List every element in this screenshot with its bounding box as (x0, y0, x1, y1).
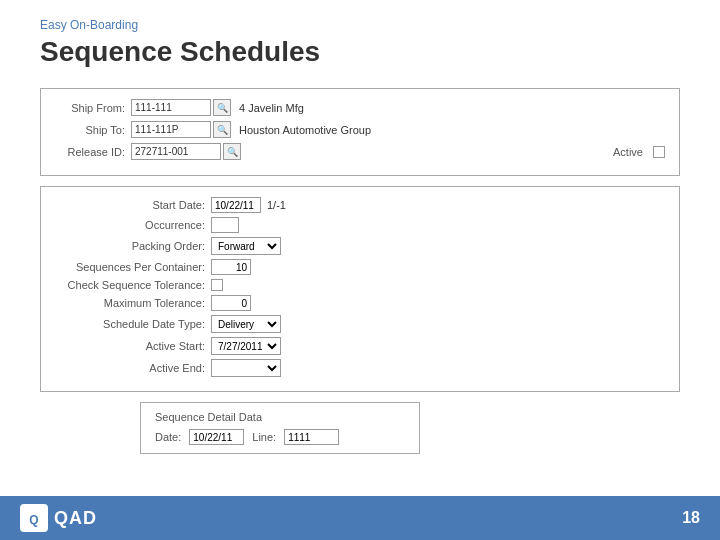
start-date-input[interactable] (211, 197, 261, 213)
top-panel: Ship From: 🔍 4 Javelin Mfg Ship To: 🔍 Ho… (40, 88, 680, 176)
end-date-value: 1/-1 (267, 199, 286, 211)
content-area: Ship From: 🔍 4 Javelin Mfg Ship To: 🔍 Ho… (0, 88, 720, 454)
active-start-label: Active Start: (55, 340, 205, 352)
line-input[interactable] (284, 429, 339, 445)
ship-from-row: Ship From: 🔍 4 Javelin Mfg (55, 99, 665, 116)
ship-to-label: Ship To: (55, 124, 125, 136)
occurrence-row: Occurrence: (55, 217, 665, 233)
sequences-per-container-input[interactable] (211, 259, 251, 275)
line-label: Line: (252, 431, 276, 443)
active-label: Active (613, 146, 643, 158)
date-input[interactable] (189, 429, 244, 445)
sequences-per-container-row: Sequences Per Container: (55, 259, 665, 275)
release-id-search-button[interactable]: 🔍 (223, 143, 241, 160)
maximum-tolerance-input[interactable] (211, 295, 251, 311)
svg-text:Q: Q (29, 513, 38, 527)
active-checkbox[interactable] (653, 146, 665, 158)
page-container: Easy On-Boarding Sequence Schedules Ship… (0, 0, 720, 540)
schedule-date-type-select[interactable]: Delivery Ship (211, 315, 281, 333)
subtitle: Easy On-Boarding (40, 18, 680, 32)
ship-from-search-button[interactable]: 🔍 (213, 99, 231, 116)
middle-panel: Start Date: 1/-1 Occurrence: Packing Ord… (40, 186, 680, 392)
page-number: 18 (682, 509, 700, 527)
ship-from-desc: 4 Javelin Mfg (239, 102, 304, 114)
maximum-tolerance-row: Maximum Tolerance: (55, 295, 665, 311)
search-icon: 🔍 (227, 147, 238, 157)
qad-logo-icon: Q (20, 504, 48, 532)
search-icon: 🔍 (217, 125, 228, 135)
search-icon: 🔍 (217, 103, 228, 113)
start-date-label: Start Date: (55, 199, 205, 211)
packing-order-select[interactable]: Forward Reverse (211, 237, 281, 255)
ship-from-label: Ship From: (55, 102, 125, 114)
active-end-label: Active End: (55, 362, 205, 374)
start-date-row: Start Date: 1/-1 (55, 197, 665, 213)
bottom-panel: Sequence Detail Data Date: Line: (140, 402, 420, 454)
packing-order-label: Packing Order: (55, 240, 205, 252)
check-sequence-tolerance-checkbox[interactable] (211, 279, 223, 291)
footer-logo: Q QAD (20, 504, 97, 532)
ship-to-row: Ship To: 🔍 Houston Automotive Group (55, 121, 665, 138)
packing-order-row: Packing Order: Forward Reverse (55, 237, 665, 255)
sequences-per-container-label: Sequences Per Container: (55, 261, 205, 273)
check-sequence-tolerance-label: Check Sequence Tolerance: (55, 279, 205, 291)
header-section: Easy On-Boarding Sequence Schedules (0, 0, 720, 88)
release-id-label: Release ID: (55, 146, 125, 158)
active-start-select[interactable]: 7/27/2011 (211, 337, 281, 355)
bottom-panel-title: Sequence Detail Data (155, 411, 405, 423)
schedule-date-type-row: Schedule Date Type: Delivery Ship (55, 315, 665, 333)
check-sequence-tolerance-row: Check Sequence Tolerance: (55, 279, 665, 291)
occurrence-label: Occurrence: (55, 219, 205, 231)
ship-from-input[interactable] (131, 99, 211, 116)
occurrence-input[interactable] (211, 217, 239, 233)
page-title: Sequence Schedules (40, 36, 680, 68)
active-end-select[interactable] (211, 359, 281, 377)
detail-row: Date: Line: (155, 429, 405, 445)
active-end-row: Active End: (55, 359, 665, 377)
footer: Q QAD 18 (0, 496, 720, 540)
logo-text: QAD (54, 508, 97, 529)
ship-to-desc: Houston Automotive Group (239, 124, 371, 136)
release-id-row: Release ID: 🔍 Active (55, 143, 665, 160)
schedule-date-type-label: Schedule Date Type: (55, 318, 205, 330)
ship-to-input[interactable] (131, 121, 211, 138)
ship-to-search-button[interactable]: 🔍 (213, 121, 231, 138)
maximum-tolerance-label: Maximum Tolerance: (55, 297, 205, 309)
date-label: Date: (155, 431, 181, 443)
active-start-row: Active Start: 7/27/2011 (55, 337, 665, 355)
release-id-input[interactable] (131, 143, 221, 160)
